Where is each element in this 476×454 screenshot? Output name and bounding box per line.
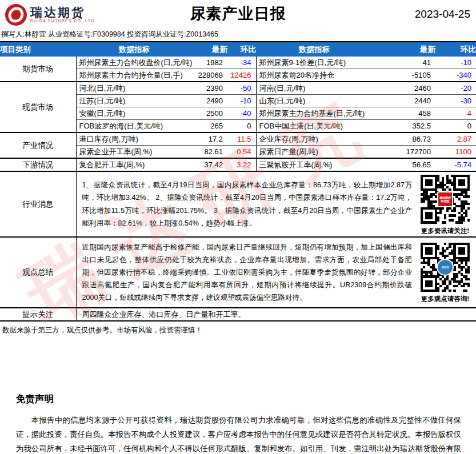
latest-cell: 2390 bbox=[193, 82, 227, 95]
change-cell: 2.87 bbox=[435, 132, 476, 146]
table-row: 产业情况港口库存(周,万吨)17.211.5企业库存(周,万吨)86.732.8… bbox=[0, 132, 476, 146]
category-cell-viewpoint: 观点总结 bbox=[0, 237, 76, 308]
table-row: 现货市场河北(日,元/吨)2390-50河南(日,元/吨)2460-20 bbox=[0, 82, 476, 95]
tips-row: 提示关注 周四隆众企业库存、港口库存、日产量和开工率。 bbox=[0, 308, 476, 321]
viewpoint-qr-code: ADS bbox=[421, 243, 470, 292]
latest-cell: 228068 bbox=[193, 69, 227, 82]
indicator-cell: 山东(日,元/吨) bbox=[256, 95, 373, 107]
page-title: 尿素产业日报 bbox=[0, 3, 476, 24]
change-cell: -340 bbox=[435, 69, 476, 82]
table-row: 下游情况复合肥开工率(周,%)37.423.22三聚氰胺开工率(周,%)56.6… bbox=[0, 158, 476, 171]
data-table: 项目类别 数据指标 最新 环比 数据指标 最新 环比 期货市场郑州尿素主力合约收… bbox=[0, 41, 476, 322]
industry-news-cell: 1、据隆众资讯统计，截至4月19日当周，国内尿素样本企业总库存量：86.73万吨… bbox=[76, 171, 476, 237]
indicator-cell: FOB波罗的海(日,美元/吨) bbox=[76, 120, 193, 133]
ads-qr-logo-icon: ADS bbox=[437, 259, 454, 276]
masthead: 瑞达期货 RUIDA FUTURES CO.,LTD. 尿素产业日报 2023-… bbox=[0, 0, 476, 29]
latest-cell: 2440 bbox=[373, 95, 435, 107]
disclaimer-title: 免责声明 bbox=[16, 393, 461, 405]
category-cell: 下游情况 bbox=[0, 158, 76, 171]
latest-cell: 86.73 bbox=[373, 132, 435, 146]
latest-cell: 37.42 bbox=[193, 158, 227, 171]
latest-cell: -5105 bbox=[373, 69, 435, 82]
change-cell: -5.74 bbox=[435, 158, 476, 171]
latest-cell: 1982 bbox=[193, 57, 227, 69]
change-cell: 4 bbox=[435, 107, 476, 120]
disclaimer-body: 本报告中的信息均来源于公开可获得资料，瑞达期货股份有限公司力求准确可靠，但对这些… bbox=[16, 413, 461, 454]
latest-cell: 265 bbox=[193, 120, 227, 133]
indicator-cell: 河北(日,元/吨) bbox=[76, 82, 193, 95]
ruida-qr-logo-icon: 瑞达期货 研究院 bbox=[437, 191, 453, 207]
change-cell: -34 bbox=[227, 57, 256, 69]
viewpoint-text: 近期国内尿素恢复产能高于检修产能，国内尿素日产量继续回升，短期仍有增加预期，加上… bbox=[77, 238, 417, 307]
viewpoint-row: 观点总结 近期国内尿素恢复产能高于检修产能，国内尿素日产量继续回升，短期仍有增加… bbox=[0, 237, 476, 308]
indicator-cell: 企业库存(周,万吨) bbox=[256, 132, 373, 146]
indicator-cell: 尿素日产量(周,吨) bbox=[256, 146, 373, 159]
industry-news-text: 1、据隆众资讯统计，截至4月19日当周，国内尿素样本企业总库存量：86.73万吨… bbox=[77, 175, 417, 232]
change-cell: -10 bbox=[227, 95, 256, 107]
latest-cell: 458 bbox=[373, 107, 435, 120]
change-cell: -30 bbox=[435, 95, 476, 107]
latest-cell: 2500 bbox=[193, 107, 227, 120]
indicator-cell: 港口库存(周,万吨) bbox=[76, 132, 193, 146]
change-cell: 0 bbox=[435, 120, 476, 133]
viewpoint-qr-block: ADS 更多观点请咨询! bbox=[417, 240, 476, 304]
category-cell: 期货市场 bbox=[0, 57, 76, 82]
change-cell: 1100 bbox=[435, 146, 476, 159]
change-cell: 0 bbox=[227, 120, 256, 133]
col-header-latest-right: 最新 bbox=[373, 42, 435, 57]
tips-text: 周四隆众企业库存、港口库存、日产量和开工率。 bbox=[76, 308, 476, 321]
category-cell-news: 行业消息 bbox=[0, 171, 76, 237]
indicator-cell: 复合肥开工率(周,%) bbox=[76, 158, 193, 171]
indicator-cell: 郑州尿素前20名净持仓 bbox=[256, 69, 373, 82]
viewpoint-cell: 近期国内尿素恢复产能高于检修产能，国内尿素日产量继续回升，短期仍有增加预期，加上… bbox=[76, 237, 476, 308]
indicator-cell: 尿素企业开工率(周,%) bbox=[76, 146, 193, 159]
category-cell: 现货市场 bbox=[0, 82, 76, 132]
viewpoint-qr-caption: 更多观点请咨询! bbox=[421, 295, 469, 303]
indicator-cell: 江苏(日,元/吨) bbox=[76, 95, 193, 107]
category-cell: 产业情况 bbox=[0, 132, 76, 158]
change-cell: 12426 bbox=[227, 69, 256, 82]
col-header-change-right: 环比 bbox=[435, 42, 476, 57]
table-header-row: 项目类别 数据指标 最新 环比 数据指标 最新 环比 bbox=[0, 42, 476, 57]
risk-footnote: 数据来源于第三方，观点仅供参考。市场有风险，投资需谨慎！ bbox=[0, 326, 476, 335]
change-cell: 0.54 bbox=[227, 146, 256, 159]
latest-cell: 172700 bbox=[373, 146, 435, 159]
news-qr-code: 瑞达期货 研究院 bbox=[421, 175, 470, 224]
latest-cell: 56.65 bbox=[373, 158, 435, 171]
category-cell-tips: 提示关注 bbox=[0, 308, 76, 321]
col-header-indicator-right: 数据指标 bbox=[256, 42, 373, 57]
industry-news-row: 行业消息 1、据隆众资讯统计，截至4月19日当周，国内尿素样本企业总库存量：86… bbox=[0, 171, 476, 237]
report-date: 2023-04-25 bbox=[415, 8, 470, 21]
col-header-indicator-left: 数据指标 bbox=[76, 42, 193, 57]
change-cell: 3.22 bbox=[227, 158, 256, 171]
indicator-cell: 郑州尿素主力合约收盘价(日,元/吨) bbox=[76, 57, 193, 69]
indicator-cell: 郑州尿素9-1价差(日,元/吨) bbox=[256, 57, 373, 69]
change-cell: -20 bbox=[435, 82, 476, 95]
indicator-cell: 安徽(日,元/吨) bbox=[76, 107, 193, 120]
indicator-cell: 三聚氰胺开工率(周,%) bbox=[256, 158, 373, 171]
change-cell: 11.5 bbox=[227, 132, 256, 146]
latest-cell: 2490 bbox=[193, 95, 227, 107]
change-cell: -10 bbox=[435, 57, 476, 69]
indicator-cell: FOB中国主港(日,美元/吨) bbox=[256, 120, 373, 133]
latest-cell: 41 bbox=[373, 57, 435, 69]
disclaimer-section: 免责声明 本报告中的信息均来源于公开可获得资料，瑞达期货股份有限公司力求准确可靠… bbox=[16, 393, 461, 454]
news-qr-block: 瑞达期货 研究院 更多资讯请关注! bbox=[417, 172, 476, 236]
change-cell: -40 bbox=[227, 107, 256, 120]
col-header-change-left: 环比 bbox=[227, 42, 256, 57]
indicator-cell: 郑州尿素主力合约基差(日,元/吨) bbox=[256, 107, 373, 120]
latest-cell: 352.5 bbox=[373, 120, 435, 133]
change-cell: -50 bbox=[227, 82, 256, 95]
latest-cell: 17.2 bbox=[193, 132, 227, 146]
col-header-latest-left: 最新 bbox=[193, 42, 227, 57]
news-qr-caption: 更多资讯请关注! bbox=[421, 227, 469, 235]
table-row: 期货市场郑州尿素主力合约收盘价(日,元/吨)1982-34郑州尿素9-1价差(日… bbox=[0, 57, 476, 69]
latest-cell: 2460 bbox=[373, 82, 435, 95]
indicator-cell: 郑州尿素主力合约持仓量(日,手) bbox=[76, 69, 193, 82]
author-line: 撰写人:林静宜 从业资格证号:F0309984 投资咨询从业证号:Z001346… bbox=[0, 29, 476, 41]
col-header-category: 项目类别 bbox=[0, 42, 76, 57]
latest-cell: 82.61 bbox=[193, 146, 227, 159]
indicator-cell: 河南(日,元/吨) bbox=[256, 82, 373, 95]
